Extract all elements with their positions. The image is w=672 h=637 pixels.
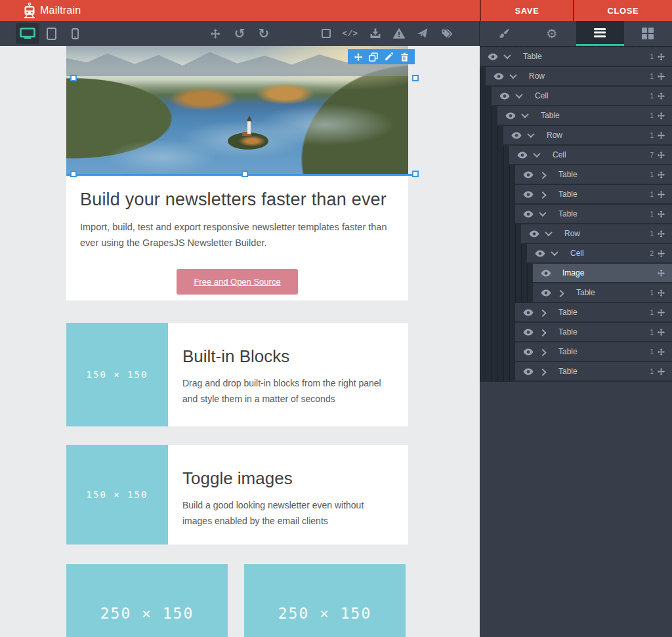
send-test-button[interactable]	[417, 28, 429, 39]
tab-blocks[interactable]	[624, 21, 672, 46]
move-icon[interactable]	[657, 92, 666, 100]
move-icon[interactable]	[657, 211, 666, 218]
chevron-right-icon[interactable]	[537, 369, 548, 374]
open-code-button[interactable]: </>	[343, 29, 358, 39]
layer-row-cell[interactable]: Cell2	[527, 244, 672, 264]
resize-handle-bottom-right[interactable]	[412, 171, 419, 177]
drag-component-button[interactable]	[352, 49, 365, 64]
chevron-down-icon[interactable]	[508, 73, 518, 79]
move-icon[interactable]	[657, 171, 666, 178]
eye-visibility-icon[interactable]	[535, 249, 546, 257]
chevron-right-icon[interactable]	[555, 290, 566, 295]
copy-component-button[interactable]	[367, 49, 380, 64]
move-icon[interactable]	[657, 191, 666, 198]
move-icon[interactable]	[657, 152, 666, 159]
device-tablet-button[interactable]	[39, 23, 63, 44]
resize-handle-bottom-left[interactable]	[70, 171, 77, 177]
chevron-right-icon[interactable]	[537, 192, 548, 197]
layer-row-row[interactable]: Row1	[521, 224, 672, 244]
eye-visibility-icon[interactable]	[488, 52, 499, 60]
editor-canvas[interactable]: Build your newsletters faster than ever …	[0, 46, 480, 637]
chevron-down-icon[interactable]	[549, 251, 560, 256]
layer-row-table[interactable]: Table1	[480, 47, 672, 67]
chevron-down-icon[interactable]	[520, 113, 530, 118]
eye-visibility-icon[interactable]	[523, 308, 534, 316]
layer-row-row[interactable]: Row1	[503, 126, 672, 146]
merge-tags-button[interactable]	[440, 28, 453, 39]
chevron-down-icon[interactable]	[514, 93, 524, 98]
eye-visibility-icon[interactable]	[523, 171, 534, 178]
move-icon[interactable]	[657, 289, 666, 297]
move-icon[interactable]	[657, 132, 666, 139]
layer-row-image[interactable]: Image	[533, 264, 672, 283]
device-desktop-button[interactable]	[16, 23, 39, 44]
edit-component-button[interactable]	[383, 49, 396, 64]
layer-row-table[interactable]: Table1	[515, 205, 672, 224]
device-mobile-button[interactable]	[63, 23, 87, 44]
layer-row-table[interactable]: Table1	[515, 165, 672, 185]
eye-visibility-icon[interactable]	[541, 269, 552, 277]
delete-component-button[interactable]	[398, 49, 411, 64]
close-button[interactable]: CLOSE	[573, 0, 672, 21]
move-icon[interactable]	[657, 230, 666, 237]
undo-button[interactable]: ↺	[234, 27, 245, 40]
placeholder-image-250[interactable]: 250 × 150	[66, 564, 228, 637]
hero-heading[interactable]: Build your newsletters faster than ever	[80, 190, 394, 210]
chevron-right-icon[interactable]	[537, 172, 548, 177]
layer-row-table[interactable]: Table1	[515, 362, 672, 382]
placeholder-image-150[interactable]: 150 × 150	[66, 323, 168, 426]
resize-handle-left[interactable]	[70, 75, 77, 81]
warnings-button[interactable]	[393, 28, 405, 39]
eye-visibility-icon[interactable]	[505, 112, 516, 119]
hero-cta-button[interactable]: Free and Open Source	[177, 269, 297, 295]
save-button[interactable]: SAVE	[480, 0, 573, 21]
layer-row-cell[interactable]: Cell1	[492, 87, 672, 106]
eye-visibility-icon[interactable]	[541, 289, 552, 297]
feature-title[interactable]: Toggle images	[182, 468, 391, 489]
layer-row-table[interactable]: Table1	[515, 303, 672, 323]
move-icon[interactable]	[657, 368, 666, 375]
placeholder-image-150[interactable]: 150 × 150	[66, 445, 168, 545]
eye-visibility-icon[interactable]	[494, 72, 505, 80]
layer-row-table[interactable]: Table1	[533, 283, 672, 303]
layer-row-table[interactable]: Table1	[515, 342, 672, 362]
feature-section[interactable]: 150 × 150 Built-in Blocks Drag and drop …	[66, 323, 408, 426]
tab-settings[interactable]: ⚙	[528, 21, 576, 46]
chevron-right-icon[interactable]	[537, 329, 548, 335]
resize-handle-bottom-center[interactable]	[242, 171, 248, 177]
layer-row-cell[interactable]: Cell7	[509, 146, 672, 165]
redo-button[interactable]: ↻	[259, 27, 270, 40]
move-icon[interactable]	[657, 53, 666, 60]
eye-visibility-icon[interactable]	[523, 190, 534, 198]
hero-body[interactable]: Import, build, test and export responsiv…	[80, 220, 394, 251]
eye-visibility-icon[interactable]	[523, 210, 534, 218]
canvas-move-button[interactable]	[210, 29, 221, 39]
chevron-down-icon[interactable]	[532, 152, 542, 157]
layer-row-table[interactable]: Table1	[497, 106, 672, 126]
chevron-down-icon[interactable]	[502, 54, 513, 59]
feature-body[interactable]: Build a good looking newsletter even wit…	[182, 498, 391, 529]
eye-visibility-icon[interactable]	[523, 348, 534, 356]
eye-visibility-icon[interactable]	[517, 151, 528, 159]
feature-body[interactable]: Drag and drop built-in blocks from the r…	[182, 376, 391, 407]
tab-style-manager[interactable]	[480, 21, 528, 46]
feature-title[interactable]: Built-in Blocks	[182, 346, 391, 367]
layer-row-table[interactable]: Table1	[515, 323, 672, 342]
eye-visibility-icon[interactable]	[529, 230, 540, 237]
toggle-borders-button[interactable]	[322, 29, 331, 38]
move-icon[interactable]	[657, 270, 666, 277]
feature-section[interactable]: 150 × 150 Toggle images Build a good loo…	[66, 445, 408, 545]
move-icon[interactable]	[657, 329, 666, 336]
layer-row-row[interactable]: Row1	[486, 67, 672, 87]
move-icon[interactable]	[657, 73, 666, 80]
import-button[interactable]	[369, 28, 381, 39]
move-icon[interactable]	[657, 250, 666, 257]
tab-layers[interactable]	[576, 21, 624, 46]
eye-visibility-icon[interactable]	[523, 367, 534, 375]
chevron-down-icon[interactable]	[526, 133, 536, 138]
resize-handle-right[interactable]	[412, 75, 419, 81]
move-icon[interactable]	[657, 309, 666, 316]
chevron-right-icon[interactable]	[537, 349, 548, 354]
layer-row-table[interactable]: Table1	[515, 185, 672, 205]
placeholder-image-250[interactable]: 250 × 150	[244, 564, 406, 637]
